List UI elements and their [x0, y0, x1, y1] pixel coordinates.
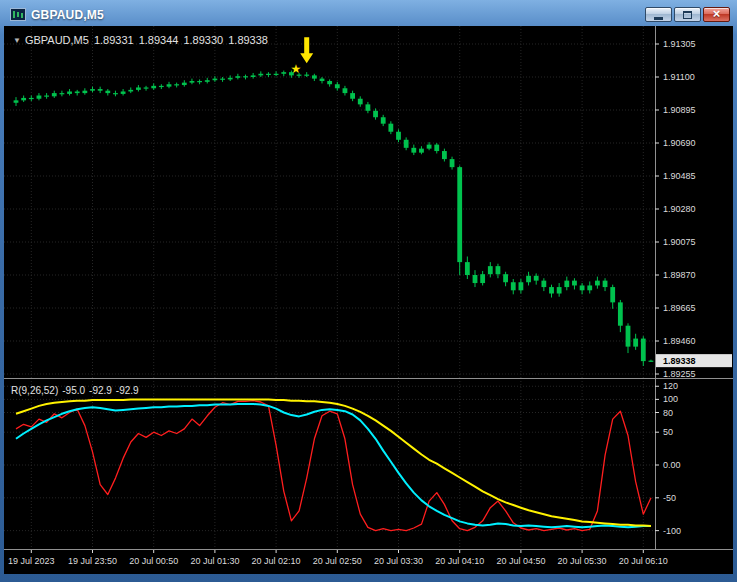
- candle-body: [496, 266, 501, 274]
- price-axis-label: 1.90075: [663, 237, 696, 247]
- star-icon[interactable]: ★: [291, 62, 302, 76]
- current-price-value: 1.89338: [663, 356, 696, 366]
- candle-body: [21, 98, 26, 100]
- ohlc-low: 1.89330: [183, 34, 223, 46]
- candle-body: [358, 99, 363, 105]
- price-axis-label: 1.89665: [663, 303, 696, 313]
- oscillator-axis-label: 120: [663, 381, 678, 391]
- time-axis[interactable]: 19 Jul 202319 Jul 23:5020 Jul 00:5020 Ju…: [8, 550, 668, 566]
- time-axis-label: 20 Jul 06:10: [619, 556, 668, 566]
- oscillator-axis-label: -100: [663, 526, 681, 536]
- price-axis-label: 1.90485: [663, 171, 696, 181]
- candle-body: [281, 72, 286, 74]
- time-axis-label: 20 Jul 03:30: [374, 556, 423, 566]
- oscillator-line-R9: [16, 401, 651, 531]
- candle-body: [534, 276, 539, 281]
- price-axis-label: 1.89870: [663, 270, 696, 280]
- price-axis[interactable]: 1.913051.911001.908951.906901.904851.902…: [655, 39, 732, 536]
- candle-body: [572, 281, 577, 286]
- chart-content-area: ★1.913051.911001.908951.906901.904851.90…: [4, 26, 733, 574]
- minimize-button[interactable]: [645, 7, 672, 22]
- chart-canvas[interactable]: ★1.913051.911001.908951.906901.904851.90…: [4, 26, 733, 574]
- candle-body: [52, 93, 57, 96]
- time-axis-label: 20 Jul 02:10: [252, 556, 301, 566]
- close-button[interactable]: ×: [703, 7, 730, 22]
- candle-body: [580, 285, 585, 290]
- oscillator-label: R(9,26,52)-95.0-92.9-92.9: [11, 385, 143, 396]
- candle-body: [350, 93, 355, 99]
- candle-body: [388, 124, 393, 132]
- time-axis-label: 19 Jul 23:50: [68, 556, 117, 566]
- candle-body: [641, 339, 646, 362]
- candle-body: [419, 149, 424, 153]
- candle-body: [312, 75, 317, 78]
- candle-body: [82, 91, 87, 93]
- candle-body: [434, 145, 439, 151]
- close-icon: ×: [713, 7, 721, 20]
- chart-app-icon: [10, 8, 26, 21]
- candle-body: [519, 282, 524, 290]
- candle-body: [343, 88, 348, 93]
- candle-body: [44, 96, 49, 97]
- price-axis-label: 1.90690: [663, 138, 696, 148]
- oscillator-axis-label: 100: [663, 394, 678, 404]
- candle-body: [75, 91, 80, 93]
- restore-button[interactable]: [674, 7, 701, 22]
- oscillator-axis-label: 50: [663, 427, 673, 437]
- candle-body: [98, 89, 103, 91]
- restore-icon: [683, 11, 692, 19]
- oscillator-line-R26: [16, 404, 651, 527]
- window-title: GBPAUD,M5: [31, 8, 104, 22]
- candle-body: [197, 81, 202, 82]
- chart-symbol-timeframe: GBPAUD,M5: [25, 34, 89, 46]
- candle-body: [473, 275, 478, 283]
- oscillator-name: R(9,26,52): [11, 385, 58, 396]
- oscillator-axis-label: 80: [663, 408, 673, 418]
- window-titlebar[interactable]: GBPAUD,M5 ×: [4, 0, 733, 26]
- candle-body: [220, 79, 225, 80]
- candle-body: [465, 262, 470, 275]
- candle-body: [503, 274, 508, 282]
- candle-body: [167, 84, 172, 86]
- candle-body: [488, 266, 493, 274]
- time-axis-label: 20 Jul 02:50: [313, 556, 362, 566]
- candle-body: [610, 287, 615, 302]
- candle-body: [14, 100, 19, 102]
- candle-body: [633, 339, 638, 347]
- price-axis-label: 1.91305: [663, 39, 696, 49]
- chart-ohlc-header: ▼GBPAUD,M51.893311.893441.893301.89338: [13, 34, 268, 46]
- candle-body: [618, 302, 623, 325]
- candle-body: [159, 86, 164, 87]
- candle-body: [404, 140, 409, 148]
- candle-body: [37, 96, 42, 99]
- candle-body: [274, 74, 279, 75]
- candle-body: [595, 281, 600, 286]
- time-axis-label: 19 Jul 2023: [8, 556, 55, 566]
- candle-body: [243, 76, 248, 77]
- candle-body: [67, 91, 72, 93]
- candle-body: [511, 282, 516, 290]
- oscillator-value-1: -95.0: [62, 385, 85, 396]
- candle-body: [121, 91, 126, 93]
- collapse-arrow-icon[interactable]: ▼: [13, 36, 21, 45]
- ohlc-close: 1.89338: [228, 34, 268, 46]
- horizontal-gridlines: [4, 44, 654, 531]
- mt4-chart-window: GBPAUD,M5 × ★1.913051.911001.908951.9069…: [0, 0, 737, 582]
- candle-body: [603, 281, 608, 287]
- candle-body: [151, 86, 156, 88]
- candle-body: [60, 93, 65, 94]
- time-axis-label: 20 Jul 04:10: [435, 556, 484, 566]
- price-axis-label: 1.89255: [663, 369, 696, 379]
- candle-body: [327, 81, 332, 84]
- candle-body: [541, 281, 546, 287]
- candle-body: [587, 285, 592, 290]
- candle-body: [205, 80, 210, 82]
- time-axis-label: 20 Jul 01:30: [190, 556, 239, 566]
- candle-body: [228, 78, 233, 80]
- candle-body: [480, 274, 485, 283]
- oscillator-lines: [16, 399, 651, 530]
- candle-body: [128, 90, 133, 92]
- sell-arrow-icon[interactable]: [300, 37, 313, 63]
- candle-body: [258, 74, 263, 76]
- candle-body: [427, 145, 432, 149]
